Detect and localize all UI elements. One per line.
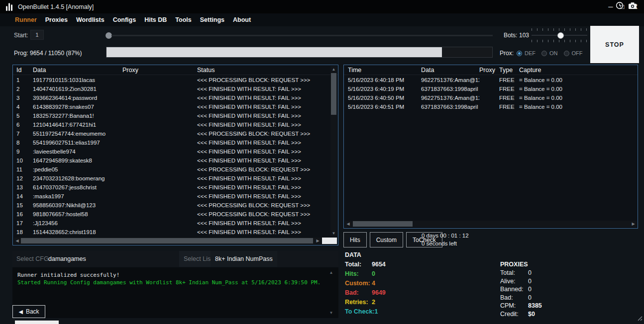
proxy-mode-radio[interactable]: ON [541,50,558,56]
scrollbar-thumb[interactable] [353,221,413,227]
scroll-down-icon[interactable]: ▼ [328,311,334,315]
table-row[interactable]: 11 :peddie05 <<< PROCESSING BLOCK: REQUE… [13,165,330,174]
proxy-mode-radio[interactable]: DEF [517,50,536,56]
horizontal-scrollbar[interactable]: ◀ ▶ [345,221,637,227]
clock-icon[interactable] [616,1,624,9]
hits-rows: 5/16/2023 6:40:18 PM 9622751376:Aman@123… [344,76,637,221]
data-stats-title: DATA [345,250,386,260]
scroll-up-icon[interactable]: ▲ [330,66,337,73]
menu-item[interactable]: Wordlists [76,16,105,23]
cell-data: 2347032312628:boomerang [33,175,122,181]
scroll-right-icon[interactable]: ▶ [315,238,321,244]
column-header[interactable]: Proxy [122,67,197,74]
stat-value: 2 [372,298,375,307]
cell-data: 6371837663:1998april [421,86,479,92]
scroll-down-icon[interactable]: ▼ [330,230,337,237]
table-row[interactable]: 16 9818076657:hostel58 <<< PROCESSING BL… [13,210,330,219]
scrollbar-thumb[interactable] [331,73,336,115]
scroll-left-icon[interactable]: ◀ [345,221,351,227]
table-row[interactable]: 4 61438839278:snakes07 <<< FINISHED WITH… [13,102,330,111]
column-header[interactable]: Capture [519,67,638,74]
table-row[interactable]: 2 14047401619:Zion30281 <<< FINISHED WIT… [13,84,330,93]
menu-item[interactable]: Proxies [45,16,68,23]
table-row[interactable]: 9 :lavieestbelle974 <<< FINISHED WITH RE… [13,147,330,156]
progress-bar-fill [107,47,442,57]
radio-icon [541,51,547,56]
cell-status: <<< PROCESSING BLOCK: REQUEST >>> [197,77,330,83]
window-title: OpenBullet 1.4.5 [Anomaly] [18,3,94,10]
vertical-scrollbar[interactable]: ▲ ▼ [330,66,337,237]
menu-item[interactable]: Tools [175,16,191,23]
scrollbar-thumb[interactable] [21,238,313,243]
log-console[interactable]: Runner initialized succesfully! Started … [12,267,338,318]
table-row[interactable]: 5/16/2023 6:40:51 PM 6371837663:1998apri… [344,102,637,111]
stat-label: CPM: [500,302,528,310]
start-slider-track[interactable] [111,35,493,36]
resize-grip-icon[interactable] [637,314,643,323]
stat-value: 0 [528,277,532,286]
stop-button[interactable]: STOP [590,26,639,63]
menu-item[interactable]: Configs [113,16,136,23]
start-input[interactable] [30,30,44,40]
cell-capture: = Balance = 0.00 [519,86,637,92]
slider-ticks [532,40,587,42]
table-row[interactable]: 6 12104146417:677421hi1 <<< FINISHED WIT… [13,120,330,129]
bots-slider-thumb[interactable] [557,32,564,39]
log-line: Started Running Config damangames with W… [17,279,333,286]
table-row[interactable]: 3 393662364614:password <<< FINISHED WIT… [13,93,330,102]
table-row[interactable]: 8 5541996027511:elias1997 <<< FINISHED W… [13,138,330,147]
cell-status: <<< PROCESSING BLOCK: REQUEST >>> [197,202,330,208]
stat-label: Banned: [500,285,528,294]
table-row[interactable]: 13 61470370267:jess8christ <<< FINISHED … [13,183,330,192]
table-row[interactable]: 5 18325732277:Banana1! <<< FINISHED WITH… [13,111,330,120]
minimize-icon[interactable]: ─ [608,0,613,13]
back-button[interactable]: ◀ Back [12,305,45,318]
column-header[interactable]: Data [33,67,122,74]
table-row[interactable]: 18 15144328652:christ1918 <<< FINISHED W… [13,228,330,237]
table-row[interactable]: 15 9588560397:Nikhil@123 <<< PROCESSING … [13,201,330,210]
openbullet-logo-icon [6,3,12,11]
cell-data: 16472945899:skatesk8 [33,158,122,163]
cell-id: 1 [16,77,33,83]
table-row[interactable]: 7 5511972547744:emeumemo <<< PROCESSING … [13,129,330,138]
menu-item[interactable]: Hits DB [144,16,167,23]
scroll-left-icon[interactable]: ◀ [14,238,20,244]
select-cfg-button[interactable]: Select CFG [16,251,49,267]
scroll-up-icon[interactable]: ▲ [328,270,334,275]
column-header[interactable]: Id [16,67,33,74]
column-header[interactable]: Data [421,67,479,74]
menu-item[interactable]: About [233,16,251,23]
cell-data: 9622751376:Aman@123 [421,95,479,101]
cell-data: 15144328652:christ1918 [33,229,122,235]
hits-tab[interactable]: Hits [343,232,367,247]
stat-label: Hits: [345,269,372,279]
scroll-right-icon[interactable]: ▶ [630,221,637,227]
radio-label: DEF [525,50,536,56]
table-row[interactable]: 12 2347032312628:boomerang <<< FINISHED … [13,174,330,183]
column-header[interactable]: Status [197,67,338,74]
bots-slider[interactable] [532,28,587,42]
stat-value: 0 [372,269,375,279]
cell-time: 5/16/2023 6:40:18 PM [348,77,421,83]
stat-value: 9649 [372,288,386,298]
table-row[interactable]: 1 19177910115:1031lacas <<< PROCESSING B… [13,76,330,84]
cell-time: 5/16/2023 6:40:19 PM [348,86,421,92]
stat-value: 8385 [528,302,542,310]
proxy-mode-radio[interactable]: OFF [564,50,583,56]
table-row[interactable]: 10 16472945899:skatesk8 <<< FINISHED WIT… [13,156,330,165]
table-row[interactable]: 14 :maska1997 <<< FINISHED WITH RESULT: … [13,192,330,201]
column-header[interactable]: Type [499,67,519,74]
horizontal-scrollbar[interactable]: ◀ ▶ [14,238,321,244]
cell-status: <<< PROCESSING BLOCK: REQUEST >>> [197,211,330,217]
menu-item[interactable]: Settings [200,16,224,23]
table-row[interactable]: 5/16/2023 6:40:18 PM 9622751376:Aman@123… [344,76,637,84]
table-row[interactable]: 5/16/2023 6:40:19 PM 6371837663:1998apri… [344,84,637,93]
column-header[interactable]: Time [348,67,421,74]
menu-item[interactable]: Runner [15,16,37,23]
cell-id: 3 [16,95,33,101]
table-row[interactable]: 5/16/2023 6:40:50 PM 9622751376:Aman@123… [344,93,637,102]
column-header[interactable]: Proxy [479,67,499,74]
hits-tab[interactable]: Custom [370,232,403,247]
camera-icon[interactable] [628,2,637,9]
table-row[interactable]: 17 :Jj123456 <<< FINISHED WITH RESULT: F… [13,219,330,228]
